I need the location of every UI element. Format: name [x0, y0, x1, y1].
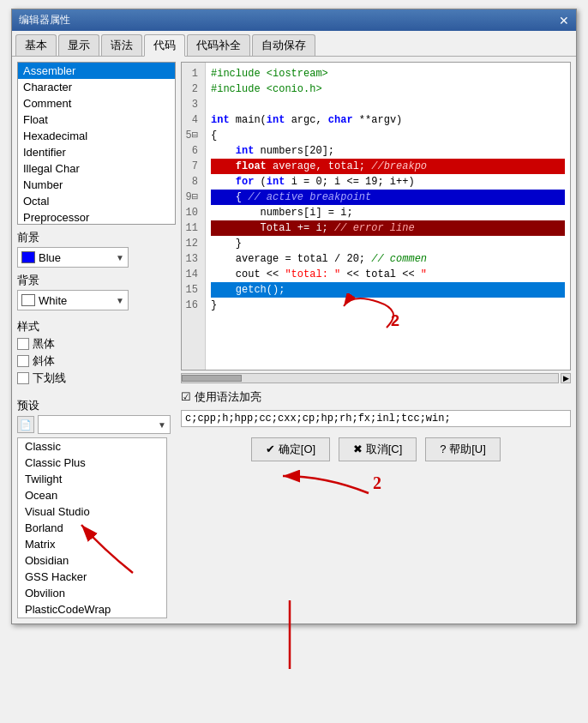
line-num-6: 6 — [185, 143, 201, 159]
line-num-10: 10 — [185, 205, 201, 220]
code-line-12: } — [211, 236, 565, 251]
horizontal-scrollbar[interactable] — [181, 373, 559, 383]
left-panel: Assembler Character Comment Float Hexade… — [17, 62, 176, 618]
preset-item-gss-hacker[interactable]: GSS Hacker — [18, 569, 166, 585]
ok-button[interactable]: ✔ 确定[O] — [251, 437, 330, 461]
line-num-1: 1 — [185, 66, 201, 81]
underline-checkbox[interactable] — [17, 372, 29, 384]
preset-section: 预设 📄 ▼ Classic Classic Plus Twilight Oce… — [17, 398, 176, 618]
syntax-extensions-input[interactable] — [181, 410, 571, 427]
code-line-11: Total += i; // error line — [211, 220, 565, 236]
list-item-hexadecimal[interactable]: Hexadecimal — [18, 128, 175, 144]
foreground-color-label: Blue — [39, 251, 61, 264]
code-line-7: float average, total; //breakpo — [211, 159, 565, 174]
preset-item-obsidian[interactable]: Obsidian — [18, 552, 166, 569]
preset-select[interactable]: ▼ — [38, 415, 171, 434]
background-label: 背景 — [17, 273, 176, 288]
italic-checkbox[interactable] — [17, 355, 29, 367]
preset-item-plasticcodewrap[interactable]: PlasticCodeWrap — [18, 601, 166, 618]
line-num-8: 8 — [185, 174, 201, 190]
list-item-assembler[interactable]: Assembler — [18, 63, 175, 79]
background-color-row: White ▼ — [17, 290, 176, 310]
code-line-3 — [211, 97, 565, 112]
background-color-select[interactable]: White ▼ — [17, 290, 129, 310]
foreground-color-select[interactable]: Blue ▼ — [17, 247, 129, 268]
window-title: 编辑器属性 — [19, 13, 70, 27]
line-num-14: 14 — [185, 267, 201, 282]
code-line-10: numbers[i] = i; — [211, 205, 565, 220]
syntax-type-list[interactable]: Assembler Character Comment Float Hexade… — [17, 62, 176, 225]
bold-label: 黑体 — [33, 336, 55, 352]
tab-autosave[interactable]: 自动保存 — [252, 34, 315, 56]
background-section: 背景 White ▼ — [17, 273, 176, 310]
tab-code[interactable]: 代码 — [144, 34, 185, 57]
background-dropdown-arrow: ▼ — [116, 296, 124, 305]
code-line-5: { — [211, 128, 565, 143]
tab-basic[interactable]: 基本 — [15, 34, 57, 56]
code-line-2: #include <conio.h> — [211, 81, 565, 97]
preset-item-ocean[interactable]: Ocean — [18, 487, 166, 503]
preset-item-obvilion[interactable]: Obvilion — [18, 585, 166, 601]
foreground-label: 前景 — [17, 230, 176, 245]
code-line-14: cout << "total: " << total << " — [211, 267, 565, 282]
main-content: Assembler Character Comment Float Hexade… — [12, 57, 576, 624]
code-line-16: } — [211, 298, 565, 313]
code-line-13: average = total / 20; // commen — [211, 251, 565, 267]
style-label: 样式 — [17, 319, 176, 334]
foreground-section: 前景 Blue ▼ — [17, 230, 176, 268]
preset-dropdown-menu: Classic Classic Plus Twilight Ocean Visu… — [17, 437, 167, 618]
help-button[interactable]: ? 帮助[U] — [425, 437, 500, 461]
code-line-9: { // active breakpoint — [211, 190, 565, 205]
preset-item-classic-plus[interactable]: Classic Plus — [18, 455, 166, 471]
line-num-9: 9⊟ — [185, 190, 201, 205]
foreground-color-inner: Blue — [21, 251, 116, 264]
code-line-6: int numbers[20]; — [211, 143, 565, 159]
right-panel-wrapper: 1 2 3 4 5⊟ 6 7 8 9⊟ 10 11 12 13 14 15 16 — [181, 62, 571, 618]
preset-item-borland[interactable]: Borland — [18, 520, 166, 536]
italic-label: 斜体 — [33, 353, 55, 369]
preset-item-classic[interactable]: Classic — [18, 438, 166, 455]
bottom-buttons: ✔ 确定[O] ✖ 取消[C] ? 帮助[U] — [181, 432, 571, 467]
list-item-illegalchar[interactable]: Illegal Char — [18, 160, 175, 177]
preset-header: 📄 ▼ — [17, 415, 176, 434]
list-item-octal[interactable]: Octal — [18, 193, 175, 209]
foreground-color-row: Blue ▼ — [17, 247, 176, 268]
tab-syntax[interactable]: 语法 — [101, 34, 142, 56]
list-item-character[interactable]: Character — [18, 79, 175, 95]
code-line-8: for (int i = 0; i <= 19; i++) — [211, 174, 565, 190]
syntax-highlight-row: ☑ 使用语法加亮 — [181, 389, 571, 405]
close-button[interactable]: ✕ — [559, 14, 569, 27]
syntax-extensions-row — [181, 410, 571, 427]
title-bar: 编辑器属性 ✕ — [12, 9, 576, 31]
background-color-inner: White — [21, 294, 116, 307]
editor-properties-window: 编辑器属性 ✕ 基本 显示 语法 代码 代码补全 自动保存 Assembler … — [11, 9, 577, 624]
line-num-12: 12 — [185, 236, 201, 251]
tab-display[interactable]: 显示 — [58, 34, 99, 56]
foreground-swatch — [21, 251, 35, 263]
line-num-7: 7 — [185, 159, 201, 174]
preset-item-visual-studio[interactable]: Visual Studio — [18, 503, 166, 520]
scroll-right-button[interactable]: ▶ — [561, 373, 571, 383]
scrollbar-row: ▶ — [181, 372, 571, 384]
list-item-preprocessor[interactable]: Preprocessor — [18, 209, 175, 225]
underline-label: 下划线 — [33, 371, 66, 386]
list-item-float[interactable]: Float — [18, 111, 175, 128]
list-item-comment[interactable]: Comment — [18, 95, 175, 111]
list-item-number[interactable]: Number — [18, 177, 175, 193]
line-numbers: 1 2 3 4 5⊟ 6 7 8 9⊟ 10 11 12 13 14 15 16 — [182, 63, 206, 370]
preset-label: 预设 — [17, 398, 176, 413]
line-num-5: 5⊟ — [185, 128, 201, 143]
tab-bar: 基本 显示 语法 代码 代码补全 自动保存 — [12, 31, 576, 57]
code-line-4: int main(int argc, char **argv) — [211, 112, 565, 128]
cancel-button[interactable]: ✖ 取消[C] — [339, 437, 417, 461]
list-item-identifier[interactable]: Identifier — [18, 144, 175, 160]
preset-dropdown-arrow: ▼ — [158, 420, 166, 430]
tab-autocomplete[interactable]: 代码补全 — [187, 34, 250, 56]
bold-checkbox[interactable] — [17, 338, 29, 350]
foreground-dropdown-arrow: ▼ — [116, 253, 124, 262]
preset-icon: 📄 — [17, 416, 34, 433]
code-editor[interactable]: 1 2 3 4 5⊟ 6 7 8 9⊟ 10 11 12 13 14 15 16 — [181, 62, 571, 371]
preset-item-twilight[interactable]: Twilight — [18, 471, 166, 487]
preset-item-matrix[interactable]: Matrix — [18, 536, 166, 552]
scrollbar-thumb — [182, 375, 242, 382]
